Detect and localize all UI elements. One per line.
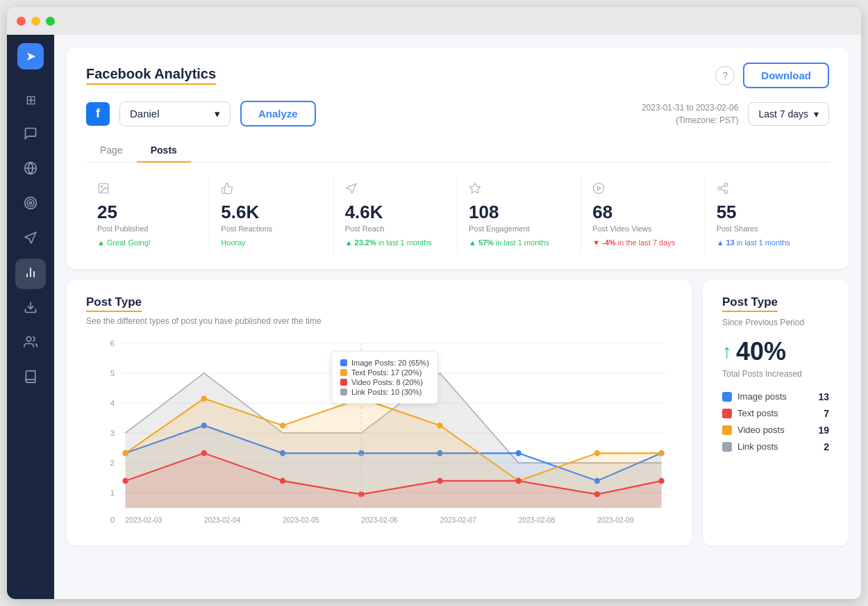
network-icon: [24, 161, 37, 179]
svg-text:1: 1: [110, 489, 115, 497]
svg-point-51: [122, 450, 128, 456]
svg-point-52: [201, 395, 207, 402]
svg-text:0: 0: [110, 516, 115, 524]
svg-text:2023-02-08: 2023-02-08: [519, 516, 556, 524]
stat-value-reach: 4.6K: [345, 202, 446, 223]
tooltip-row-text: Text Posts: 17 (20%): [340, 368, 429, 377]
facebook-icon: f: [86, 102, 110, 126]
label-link-posts: Link posts: [737, 441, 778, 452]
stat-badge-published: ▲ Great Going!: [97, 238, 198, 247]
label-text-posts: Text posts: [737, 408, 778, 418]
svg-point-61: [201, 450, 207, 456]
svg-point-47: [516, 450, 521, 456]
app-body: ➤ ⊞: [7, 35, 861, 599]
page-title: Facebook Analytics: [86, 66, 216, 85]
svg-text:2023-02-03: 2023-02-03: [126, 516, 162, 524]
svg-point-13: [594, 183, 604, 193]
sidebar-item-megaphone[interactable]: [15, 224, 46, 254]
chevron-down-icon: ▾: [814, 108, 819, 120]
sidebar-item-download[interactable]: [15, 293, 46, 324]
total-posts-label: Total Posts Increased: [722, 369, 829, 379]
account-name: Daniel: [130, 108, 160, 120]
tooltip-dot-link: [340, 388, 347, 395]
svg-point-57: [594, 450, 600, 456]
analytics-icon: [24, 265, 37, 283]
svg-point-65: [516, 477, 521, 484]
tooltip-dot-image: [340, 359, 347, 366]
tab-posts[interactable]: Posts: [137, 139, 191, 163]
svg-point-53: [280, 422, 285, 428]
analytics-card: Facebook Analytics ? Download f Daniel ▾: [67, 47, 849, 269]
tooltip-label-image: Image Posts: 20 (65%): [351, 359, 429, 367]
svg-text:3: 3: [110, 429, 115, 437]
stat-shares: 55 Post Shares ▲ 13 in last 1 months: [706, 175, 829, 254]
chart-subtitle: See the different types of post you have…: [86, 316, 672, 326]
svg-text:4: 4: [110, 399, 115, 407]
download-button[interactable]: Download: [743, 63, 829, 88]
tabs: Page Posts: [86, 139, 829, 163]
stat-reactions: 5.6K Post Reactions Hooray: [210, 175, 333, 254]
svg-point-3: [27, 199, 34, 206]
svg-text:2023-02-04: 2023-02-04: [204, 516, 241, 524]
tooltip-dot-text: [340, 369, 347, 376]
stat-video-views: 68 Post Video Views ▼ -4% in the last 7 …: [581, 175, 705, 254]
sidebar-item-dashboard[interactable]: ⊞: [15, 85, 46, 115]
account-selector[interactable]: Daniel ▾: [119, 101, 231, 126]
sidebar-item-people[interactable]: [15, 328, 46, 359]
stat-value-reactions: 5.6K: [221, 202, 322, 223]
sidebar-item-network[interactable]: [15, 154, 46, 185]
svg-text:5: 5: [110, 368, 115, 377]
stat-badge-engagement: ▲ 57% in last 1 months: [469, 238, 569, 247]
stat-value-engagement: 108: [469, 202, 569, 223]
period-label: Last 7 days: [758, 108, 808, 120]
maximize-button[interactable]: [46, 17, 55, 26]
svg-point-16: [718, 186, 721, 190]
stat-badge-reach: ▲ 23.2% in last 1 months: [345, 238, 446, 247]
help-button[interactable]: ?: [715, 66, 735, 85]
svg-point-58: [658, 450, 664, 456]
dashboard-icon: ⊞: [26, 92, 36, 108]
svg-line-19: [721, 185, 724, 187]
svg-point-55: [437, 422, 442, 428]
dot-image: [722, 392, 732, 402]
count-text-posts: 7: [824, 408, 829, 419]
messages-icon: [24, 126, 37, 144]
tooltip-dot-video: [340, 379, 347, 386]
svg-point-9: [26, 336, 31, 341]
minimize-button[interactable]: [31, 17, 40, 26]
stat-label-reach: Post Reach: [345, 224, 446, 233]
count-video-posts: 19: [818, 425, 829, 436]
date-range: 2023-01-31 to 2023-02-06 (Timezone: PST): [642, 101, 738, 126]
sidebar-item-messages[interactable]: [15, 120, 46, 150]
tab-page[interactable]: Page: [86, 139, 137, 163]
stat-label-published: Post Published: [97, 224, 198, 233]
period-selector[interactable]: Last 7 days ▾: [748, 102, 829, 126]
sidebar-item-target[interactable]: [15, 189, 46, 220]
svg-point-66: [594, 491, 600, 498]
post-type-summary-card: Post Type Since Previous Period ↑ 40% To…: [703, 280, 849, 546]
sidebar-item-library[interactable]: [15, 363, 46, 393]
stat-engagement: 108 Post Engagement ▲ 57% in last 1 mont…: [458, 175, 581, 254]
play-icon: [592, 182, 693, 197]
close-button[interactable]: [17, 17, 26, 26]
svg-text:6: 6: [110, 338, 115, 347]
stat-label-reactions: Post Reactions: [221, 224, 322, 233]
chart-tooltip: Image Posts: 20 (65%) Text Posts: 17 (20…: [331, 351, 438, 404]
tooltip-row-link: Link Posts: 10 (30%): [340, 388, 429, 396]
svg-point-60: [122, 477, 128, 484]
sidebar-item-analytics[interactable]: [15, 259, 46, 289]
svg-text:2023-02-09: 2023-02-09: [597, 516, 634, 524]
post-type-row-text: Text posts 7: [722, 408, 829, 419]
card-header: Facebook Analytics ? Download: [86, 63, 829, 88]
library-icon: [24, 370, 37, 387]
download-icon: [24, 300, 37, 318]
target-icon: [24, 196, 37, 213]
app-window: ➤ ⊞: [7, 7, 861, 599]
sidebar-logo[interactable]: ➤: [17, 43, 44, 69]
up-arrow-icon: ▲: [97, 238, 105, 247]
tooltip-row-video: Video Posts: 8 (20%): [340, 378, 429, 386]
analyze-button[interactable]: Analyze: [240, 101, 316, 126]
svg-marker-12: [469, 183, 480, 193]
label-image-posts: Image posts: [737, 391, 787, 402]
stat-value-video-views: 68: [592, 202, 693, 223]
